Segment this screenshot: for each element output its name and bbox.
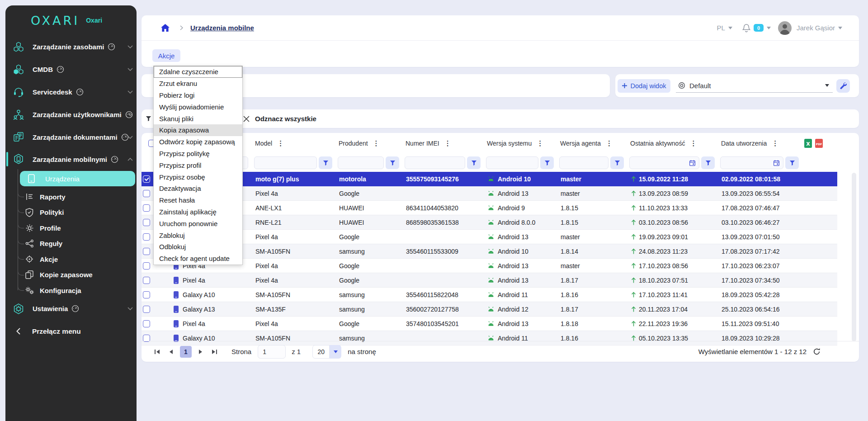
chevron-down-icon[interactable] <box>127 45 133 48</box>
actions-menu-item[interactable]: Dezaktywacja <box>154 183 242 194</box>
notifications-count-badge[interactable]: 0 <box>754 24 764 32</box>
row-checkbox[interactable] <box>143 190 150 197</box>
first-page-button[interactable] <box>153 349 162 355</box>
filter-input[interactable] <box>405 156 465 169</box>
sidebar-item[interactable]: CMDB <box>5 58 137 80</box>
sidebar-collapse-toggle[interactable]: Przełącz menu <box>5 321 137 342</box>
sidebar-subitem[interactable]: Kopie zapasowe <box>5 267 137 283</box>
last-page-button[interactable] <box>210 349 219 355</box>
table-row[interactable]: Pixel 4a Pixel 4a Google Android 13 1.8.… <box>142 273 837 288</box>
sidebar-item-settings[interactable]: Ustawienia <box>5 298 137 319</box>
calendar-icon[interactable] <box>773 160 780 166</box>
sidebar-subitem[interactable]: Konfiguracja <box>5 283 137 298</box>
user-avatar[interactable] <box>778 21 792 35</box>
row-checkbox[interactable] <box>143 248 150 255</box>
actions-button[interactable]: Akcje <box>152 49 180 62</box>
sidebar-item[interactable]: Zarządzanie dokumentami <box>5 126 137 148</box>
row-checkbox[interactable] <box>143 291 150 298</box>
language-caret-icon[interactable] <box>728 27 732 29</box>
sidebar-subitem[interactable]: Profile <box>5 220 137 236</box>
row-checkbox[interactable] <box>143 306 150 313</box>
sidebar-subitem[interactable]: Akcje <box>5 251 137 267</box>
view-select-caret-icon[interactable] <box>825 84 829 87</box>
filter-funnel-button[interactable] <box>467 156 481 169</box>
actions-menu-item[interactable]: Przypisz osobę <box>154 171 242 183</box>
actions-menu-item[interactable]: Kopia zapasowa <box>154 124 242 136</box>
column-menu-icon[interactable]: ⋮ <box>772 139 778 147</box>
row-checkbox[interactable] <box>143 204 150 212</box>
table-row[interactable]: Pixel 4a Pixel 4a Google Android 13 mast… <box>142 259 837 273</box>
add-view-button[interactable]: Dodaj widok <box>618 79 670 93</box>
column-menu-icon[interactable]: ⋮ <box>277 139 284 147</box>
sidebar-item[interactable]: Servicedesk <box>5 80 137 103</box>
actions-menu-item[interactable]: Wyślij powiadomienie <box>154 101 242 113</box>
chevron-up-icon[interactable] <box>127 158 133 161</box>
table-scrollbar[interactable] <box>852 173 856 341</box>
sidebar-subitem[interactable]: Polityki <box>5 205 137 221</box>
row-checkbox[interactable] <box>143 277 150 284</box>
current-page-button[interactable]: 1 <box>180 346 192 358</box>
brand[interactable]: OXARI Oxari <box>5 5 137 35</box>
actions-menu-item[interactable]: Przypisz profil <box>154 159 242 171</box>
table-row[interactable]: Galaxy A10 SM-A105FN samsung 35546011582… <box>142 288 837 302</box>
chevron-down-icon[interactable] <box>127 136 133 139</box>
column-menu-icon[interactable]: ⋮ <box>690 139 697 147</box>
sidebar-subitem[interactable]: Reguły <box>5 236 137 252</box>
column-menu-icon[interactable]: ⋮ <box>444 139 451 147</box>
row-checkbox[interactable] <box>143 233 150 241</box>
table-row[interactable]: SM-A105FN samsung 355460115533009 Androi… <box>142 244 837 259</box>
filter-input[interactable] <box>486 156 538 169</box>
filter-input[interactable] <box>338 156 384 169</box>
refresh-icon[interactable] <box>813 348 821 355</box>
filter-input[interactable] <box>720 156 783 169</box>
chevron-down-icon[interactable] <box>127 113 133 116</box>
view-select[interactable]: Default <box>676 79 833 93</box>
filter-input[interactable] <box>254 156 317 169</box>
actions-menu-item[interactable]: Skanuj pliki <box>154 113 242 124</box>
actions-menu-item[interactable]: Zrzut ekranu <box>154 78 242 90</box>
actions-menu-item[interactable]: Zdalne czyszczenie <box>154 66 242 78</box>
actions-menu-item[interactable]: Reset hasła <box>154 194 242 206</box>
filter-funnel-button[interactable] <box>540 156 554 169</box>
actions-menu-item[interactable]: Odtwórz kopię zapasową <box>154 136 242 148</box>
view-settings-button[interactable] <box>836 79 850 93</box>
sidebar-subitem[interactable]: Raporty <box>5 189 137 205</box>
sidebar-item[interactable]: Zarządzanie zasobami <box>5 35 137 58</box>
table-row[interactable]: ANE-LX1 HUAWEI 863411044053820 Android 9… <box>142 201 837 215</box>
table-row[interactable]: moto g(7) plus motorola 355575093145276 … <box>142 172 837 186</box>
per-page-select[interactable]: 20 <box>312 345 341 359</box>
home-icon[interactable] <box>160 24 170 32</box>
notifications-caret-icon[interactable] <box>767 27 771 29</box>
clear-selection-icon[interactable] <box>243 116 250 122</box>
user-menu-caret-icon[interactable] <box>838 27 842 29</box>
clear-selection-label[interactable]: Odznacz wszystkie <box>255 115 316 123</box>
row-checkbox[interactable] <box>143 320 150 327</box>
notifications-bell-icon[interactable] <box>742 24 750 33</box>
actions-menu-item[interactable]: Pobierz logi <box>154 90 242 101</box>
row-checkbox[interactable] <box>143 175 150 183</box>
row-checkbox[interactable] <box>143 262 150 270</box>
actions-menu-item[interactable]: Odblokuj <box>154 241 242 253</box>
excel-export-icon[interactable]: X <box>804 139 812 148</box>
table-row[interactable]: Pixel 4a Pixel 4a Google 357480103545201… <box>142 317 837 331</box>
table-row[interactable]: RNE-L21 HUAWEI 868598035361538 Android 8… <box>142 215 837 230</box>
table-row[interactable]: Pixel 4a Google Android 13 master 13.09.… <box>142 186 837 201</box>
filter-funnel-button[interactable] <box>386 156 399 169</box>
filter-funnel-button[interactable] <box>701 156 715 169</box>
filter-funnel-button[interactable] <box>319 156 332 169</box>
row-checkbox[interactable] <box>143 219 150 226</box>
filter-funnel-button[interactable] <box>785 156 799 169</box>
actions-menu-item[interactable]: Zablokuj <box>154 229 242 241</box>
user-name[interactable]: Jarek Gąsior <box>797 24 835 32</box>
chevron-down-icon[interactable] <box>127 90 133 94</box>
chevron-down-icon[interactable] <box>127 307 133 310</box>
actions-menu-item[interactable]: Zainstaluj aplikację <box>154 206 242 218</box>
calendar-icon[interactable] <box>689 160 696 166</box>
pdf-export-icon[interactable]: PDF <box>815 139 823 148</box>
next-page-button[interactable] <box>196 349 205 355</box>
actions-menu-item[interactable]: Uruchom ponownie <box>154 218 242 229</box>
prev-page-button[interactable] <box>166 349 175 355</box>
breadcrumb-page-link[interactable]: Urządzenia mobilne <box>190 24 254 32</box>
actions-menu-item[interactable]: Check for agent update <box>154 253 242 265</box>
sidebar-subitem-devices-active[interactable]: Urządzenia <box>20 171 135 186</box>
